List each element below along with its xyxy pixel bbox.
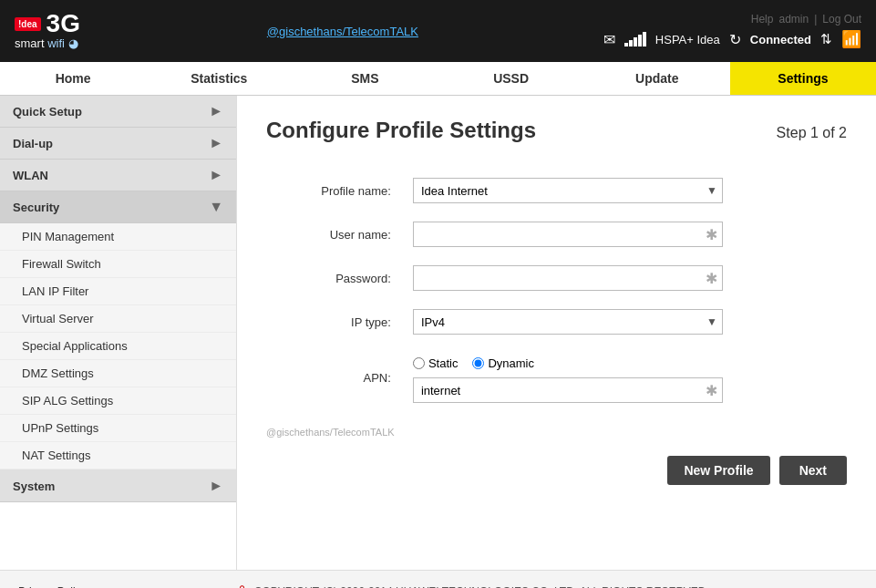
header: !dea 3G smart wifi ◕ @gischethans/Teleco… (0, 0, 876, 62)
chevron-right-icon: ► (209, 167, 223, 183)
username-row: User name: ✱ (266, 212, 847, 256)
chevron-down-icon: ▼ (209, 199, 223, 215)
content-header: Configure Profile Settings Step 1 of 2 (266, 118, 847, 143)
idea-logo: !dea (15, 17, 41, 31)
apn-static-text: Static (428, 356, 459, 370)
nav-home[interactable]: Home (0, 62, 146, 95)
sidebar-item-virtual-server[interactable]: Virtual Server (0, 305, 236, 333)
password-cell: ✱ (406, 256, 847, 300)
ip-type-row: IP type: IPv4 IPv6 IPv4/IPv6 ▼ (266, 300, 847, 344)
button-row: New Profile Next (266, 456, 847, 485)
ip-type-select-wrapper: IPv4 IPv6 IPv4/IPv6 ▼ (413, 309, 723, 335)
apn-dynamic-text: Dynamic (488, 356, 534, 370)
profile-form: Profile name: Idea Internet Custom ▼ Use… (266, 169, 847, 412)
chevron-right-icon: ► (209, 103, 223, 119)
main-layout: Quick Setup ► Dial-up ► WLAN ► Security … (0, 96, 876, 570)
huawei-logo-icon: ❀ (235, 582, 249, 588)
profile-name-label: Profile name: (266, 169, 406, 212)
apn-dynamic-label[interactable]: Dynamic (472, 356, 534, 370)
logo-3g: 3G (46, 11, 80, 36)
nav-settings[interactable]: Settings (730, 62, 876, 95)
refresh-icon[interactable]: ↻ (729, 31, 741, 48)
separator: | (814, 13, 817, 26)
nav-statistics[interactable]: Statistics (146, 62, 292, 95)
wlan-label: WLAN (13, 169, 48, 182)
footer-center: ❀ COPYRIGHT (C) 2006-2014 HUAWEI TECHNOL… (235, 582, 709, 588)
logout-link[interactable]: Log Out (822, 13, 861, 26)
logo-area: !dea 3G smart wifi ◕ (15, 11, 82, 51)
profile-name-select[interactable]: Idea Internet Custom (413, 178, 723, 203)
mail-icon[interactable]: ✉ (603, 31, 615, 48)
system-label: System (13, 480, 55, 493)
profile-name-select-wrapper: Idea Internet Custom ▼ (413, 178, 723, 203)
apn-label: APN: (266, 344, 406, 412)
apn-cell: Static Dynamic ✱ (406, 344, 847, 412)
sidebar-section-dialup[interactable]: Dial-up ► (0, 128, 236, 160)
sidebar-section-wlan[interactable]: WLAN ► (0, 160, 236, 191)
username-cell: ✱ (406, 212, 847, 256)
sidebar-item-special-applications[interactable]: Special Applications (0, 333, 236, 360)
apn-dynamic-radio[interactable] (472, 357, 484, 369)
apn-row: APN: Static Dynamic ✱ (266, 344, 847, 412)
security-submenu: PIN Management Firewall Switch LAN IP Fi… (0, 223, 236, 470)
sidebar-item-pin-management[interactable]: PIN Management (0, 223, 236, 251)
watermark: @gischethans/TelecomTALK (266, 427, 847, 438)
help-link[interactable]: Help (751, 13, 774, 26)
sidebar-section-security[interactable]: Security ▼ (0, 191, 236, 223)
header-right: Help admin | Log Out ✉ HSPA+ Idea ↻ Conn… (603, 13, 861, 49)
nav-update[interactable]: Update (584, 62, 730, 95)
password-input[interactable] (413, 265, 723, 291)
admin-label: admin (778, 13, 809, 26)
signal-bars (624, 32, 646, 46)
apn-value-wrapper: ✱ (413, 377, 723, 403)
signal-type: HSPA+ Idea (655, 33, 720, 46)
security-label: Security (13, 201, 59, 214)
nav: Home Statistics SMS USSD Update Settings (0, 62, 876, 96)
password-label: Password: (266, 256, 406, 300)
header-twitter[interactable]: @gischethans/TelecomTALK (267, 25, 418, 38)
logo-smart: smart wifi ◕ (15, 36, 78, 51)
profile-name-cell: Idea Internet Custom ▼ (406, 169, 847, 212)
connection-status: Connected (750, 33, 811, 46)
ip-type-select[interactable]: IPv4 IPv6 IPv4/IPv6 (413, 309, 723, 335)
nav-ussd[interactable]: USSD (438, 62, 584, 95)
new-profile-button[interactable]: New Profile (667, 456, 769, 485)
chevron-right-icon: ► (209, 135, 223, 151)
quick-setup-label: Quick Setup (13, 105, 82, 119)
sidebar-item-lan-ip-filter[interactable]: LAN IP Filter (0, 278, 236, 305)
sidebar-section-system[interactable]: System ► (0, 470, 236, 502)
profile-name-row: Profile name: Idea Internet Custom ▼ (266, 169, 847, 212)
username-label: User name: (266, 212, 406, 256)
sidebar: Quick Setup ► Dial-up ► WLAN ► Security … (0, 96, 237, 570)
footer: Privacy Policy ❀ COPYRIGHT (C) 2006-2014… (0, 570, 876, 588)
transfer-icon: ⇅ (820, 31, 832, 47)
chevron-right-icon: ► (209, 478, 223, 494)
step-info: Step 1 of 2 (777, 125, 847, 141)
wifi-icon: 📶 (841, 29, 861, 49)
sidebar-item-nat-settings[interactable]: NAT Settings (0, 442, 236, 469)
ip-type-label: IP type: (266, 300, 406, 344)
asterisk-icon: ✱ (706, 382, 717, 399)
page-title: Configure Profile Settings (266, 118, 536, 143)
next-button[interactable]: Next (779, 456, 847, 485)
nav-sms[interactable]: SMS (292, 62, 438, 95)
sidebar-item-upnp-settings[interactable]: UPnP Settings (0, 415, 236, 442)
sidebar-item-firewall-switch[interactable]: Firewall Switch (0, 251, 236, 278)
sidebar-item-sip-alg-settings[interactable]: SIP ALG Settings (0, 387, 236, 415)
sidebar-item-dmz-settings[interactable]: DMZ Settings (0, 360, 236, 387)
apn-static-label[interactable]: Static (413, 356, 459, 370)
username-input-wrapper: ✱ (413, 222, 723, 247)
header-top-links: Help admin | Log Out (751, 13, 861, 26)
username-input[interactable] (413, 222, 723, 247)
ip-type-cell: IPv4 IPv6 IPv4/IPv6 ▼ (406, 300, 847, 344)
sidebar-section-quick-setup[interactable]: Quick Setup ► (0, 96, 236, 128)
password-row: Password: ✱ (266, 256, 847, 300)
apn-static-radio[interactable] (413, 357, 425, 369)
asterisk-icon: ✱ (706, 226, 717, 243)
header-status: ✉ HSPA+ Idea ↻ Connected ⇅ 📶 (603, 29, 861, 49)
asterisk-icon: ✱ (706, 270, 717, 287)
password-input-wrapper: ✱ (413, 265, 723, 291)
content-area: Configure Profile Settings Step 1 of 2 P… (237, 96, 876, 570)
dialup-label: Dial-up (13, 137, 53, 150)
apn-input[interactable] (413, 377, 723, 403)
